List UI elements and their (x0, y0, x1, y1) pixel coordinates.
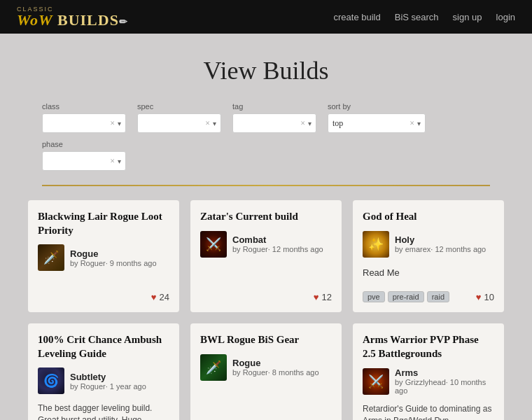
build-icon-glyph: 🗡️ (204, 358, 223, 377)
filter-phase-label: phase (42, 140, 126, 148)
build-icon-glyph: 🌀 (41, 371, 61, 391)
build-card[interactable]: Blackwing Lair Rogue Loot Priority 🗡️ Ro… (28, 200, 179, 312)
build-tag: raid (427, 291, 449, 302)
build-description: Retardior's Guide to dominating as Arms … (363, 403, 494, 420)
build-card[interactable]: 100% Crit Chance Ambush Leveling Guide 🌀… (28, 323, 179, 420)
build-spec-name: Rogue (232, 358, 319, 368)
build-icon: 🗡️ (38, 244, 64, 271)
filter-tag-select[interactable]: × ▾ (232, 113, 316, 133)
filter-class-label: class (42, 102, 126, 111)
builds-grid: Blackwing Lair Rogue Loot Priority 🗡️ Ro… (14, 200, 518, 420)
build-likes: ♥ 12 (314, 292, 332, 302)
build-spec-info: Rogue by Roguer· 9 months ago (70, 248, 157, 267)
page-title: View Builds (0, 56, 532, 85)
filter-sortby-clear[interactable]: × (410, 118, 414, 129)
nav-sign-up[interactable]: sign up (453, 12, 482, 22)
build-card[interactable]: God of Heal ✨ Holy by emarex· 12 months … (353, 200, 504, 312)
likes-count: 12 (322, 292, 332, 302)
filter-row-1: class × ▾ spec × ▾ tag × ▾ sort by (42, 102, 490, 133)
nav-create-build[interactable]: create build (334, 12, 381, 22)
nav-bis-search[interactable]: BiS search (395, 12, 439, 22)
build-tag: pre-raid (388, 291, 424, 302)
filter-spec-chevron-icon: ▾ (213, 120, 216, 127)
filter-tag-group: tag × ▾ (232, 102, 316, 133)
main-nav: create build BiS search sign up login (334, 12, 515, 22)
build-title: BWL Rogue BiS Gear (200, 333, 332, 347)
build-icon-glyph: 🗡️ (41, 248, 61, 267)
build-author: by Roguer· 1 year ago (70, 382, 146, 391)
filter-class-group: class × ▾ (42, 102, 126, 133)
filter-tag-chevron-icon: ▾ (308, 120, 312, 127)
logo-main: WoW BUILDSBUILDS✏ (17, 13, 128, 28)
build-card[interactable]: Arms Warrior PVP Phase 2.5 Battlegrounds… (353, 323, 504, 420)
build-card-footer: pvepre-raidraid ♥ 10 (363, 286, 494, 302)
build-read-me: Read Me (363, 267, 494, 278)
build-author: by Roguer· 9 months ago (70, 259, 157, 267)
build-author: by Roguer· 12 months ago (232, 245, 323, 253)
logo: CLASSIC WoW BUILDSBUILDS✏ (17, 6, 128, 28)
nav-login[interactable]: login (496, 12, 515, 22)
build-title: Blackwing Lair Rogue Loot Priority (38, 210, 169, 237)
filter-class-clear[interactable]: × (110, 118, 115, 129)
logo-pencil-icon: ✏ (119, 17, 128, 27)
filter-spec-select[interactable]: × ▾ (137, 113, 221, 133)
build-spec-name: Rogue (70, 248, 157, 259)
build-icon: ⚔️ (363, 368, 389, 395)
filter-spec-clear[interactable]: × (205, 118, 210, 129)
build-icon-glyph: ⚔️ (366, 372, 386, 391)
build-author: by Roguer· 8 months ago (232, 368, 319, 377)
filter-sortby-select[interactable]: top × ▾ (328, 113, 426, 133)
build-title: Arms Warrior PVP Phase 2.5 Battlegrounds (363, 333, 494, 360)
build-icon: ⚔️ (200, 231, 227, 258)
build-card[interactable]: BWL Rogue BiS Gear 🗡️ Rogue by Roguer· 8… (190, 323, 342, 420)
filter-row-2: phase × ▾ (42, 140, 490, 171)
build-author: by Grizzlyhead· 10 months ago (395, 378, 494, 395)
build-spec-name: Holy (395, 234, 486, 245)
build-author: by emarex· 12 months ago (395, 245, 486, 253)
build-spec-info: Rogue by Roguer· 8 months ago (232, 358, 319, 377)
filter-sortby-chevron-icon: ▾ (417, 120, 421, 127)
build-description: The best dagger leveling build. Great bu… (38, 402, 169, 420)
filter-class-select[interactable]: × ▾ (42, 113, 126, 133)
build-tag: pve (363, 291, 385, 302)
filter-phase-clear[interactable]: × (110, 156, 115, 167)
build-spec-info: Subtlety by Roguer· 1 year ago (70, 372, 146, 391)
build-meta: 🗡️ Rogue by Roguer· 8 months ago (200, 354, 332, 381)
page-title-area: View Builds (0, 34, 532, 102)
build-icon-glyph: ⚔️ (204, 234, 223, 254)
filter-sortby-group: sort by top × ▾ (328, 102, 426, 133)
build-spec-info: Holy by emarex· 12 months ago (395, 234, 486, 253)
build-spec-info: Combat by Roguer· 12 months ago (232, 234, 323, 253)
build-meta: 🗡️ Rogue by Roguer· 9 months ago (38, 244, 169, 271)
build-title: 100% Crit Chance Ambush Leveling Guide (38, 333, 169, 360)
section-divider (42, 185, 490, 186)
filter-sortby-value: top (332, 118, 407, 129)
build-likes: ♥ 24 (151, 292, 169, 302)
build-meta: 🌀 Subtlety by Roguer· 1 year ago (38, 368, 169, 394)
build-card-footer: ♥ 24 (38, 286, 169, 302)
build-title: God of Heal (363, 210, 494, 224)
build-meta: ⚔️ Arms by Grizzlyhead· 10 months ago (363, 368, 494, 395)
filter-phase-chevron-icon: ▾ (118, 158, 121, 165)
filter-tag-clear[interactable]: × (300, 118, 305, 129)
build-card-footer: ♥ 12 (200, 286, 332, 302)
build-icon: 🗡️ (200, 354, 227, 381)
build-spec-name: Arms (395, 368, 494, 378)
header: CLASSIC WoW BUILDSBUILDS✏ create build B… (0, 0, 532, 34)
build-likes: ♥ 10 (476, 292, 494, 302)
build-spec-name: Combat (232, 234, 323, 245)
build-spec-info: Arms by Grizzlyhead· 10 months ago (395, 368, 494, 395)
build-icon: ✨ (363, 231, 389, 258)
build-meta: ⚔️ Combat by Roguer· 12 months ago (200, 231, 332, 258)
build-icon-glyph: ✨ (366, 234, 386, 254)
filter-class-chevron-icon: ▾ (118, 120, 121, 127)
build-meta: ✨ Holy by emarex· 12 months ago (363, 231, 494, 258)
filter-phase-select[interactable]: × ▾ (42, 151, 126, 171)
logo-wow: WoW (17, 11, 53, 29)
filter-tag-label: tag (232, 102, 316, 111)
logo-builds: BUILDS (57, 11, 119, 29)
filter-spec-group: spec × ▾ (137, 102, 221, 133)
build-title: Zatar's Current build (200, 210, 332, 224)
build-card[interactable]: Zatar's Current build ⚔️ Combat by Rogue… (190, 200, 342, 312)
filter-sortby-label: sort by (328, 102, 426, 111)
